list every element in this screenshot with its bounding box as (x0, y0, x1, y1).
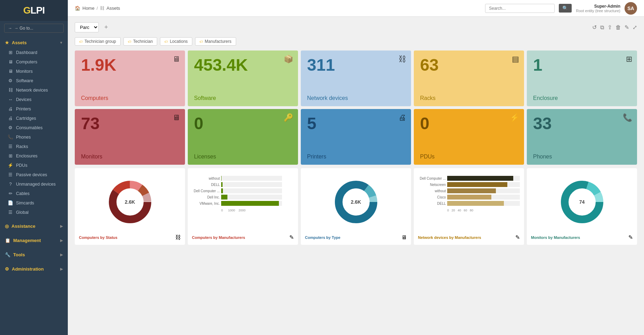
sidebar-section-assets-header[interactable]: ★ Assets ▼ (0, 38, 68, 48)
filter-tag-manufacturers[interactable]: 🏷 Manufacturers (195, 37, 236, 46)
stat-card-enclosure[interactable]: ⊞ 1 Enclosure (527, 50, 637, 106)
cartridge-icon: 🖨 (8, 116, 13, 121)
sidebar-section-admin-header[interactable]: ⚙ Administration ▶ (0, 264, 68, 274)
user-name: Super-Admin (576, 4, 620, 9)
sidebar-item-phones[interactable]: 📞 Phones (0, 132, 68, 142)
donut-center-monitors: 74 (579, 199, 585, 205)
home-link[interactable]: Home (82, 6, 95, 11)
chart-footer-icon-status[interactable]: ⛓ (175, 234, 181, 241)
sidebar-item-dashboard[interactable]: ⊞ Dashboard (0, 48, 68, 57)
assets-section-label: Assets (12, 40, 27, 45)
search-button[interactable]: 🔍 (559, 4, 572, 13)
fullscreen-icon[interactable]: ⤢ (633, 24, 637, 31)
donut-center-type: 2.6K (351, 199, 361, 205)
stat-card-pdus[interactable]: ⚡ 0 PDUs (414, 109, 524, 165)
admin-label: Administration (12, 266, 44, 272)
filter-tag-locations[interactable]: 🏷 Locations (160, 37, 192, 46)
net-bar-row-5: DELL (418, 201, 520, 206)
sidebar-section-tools-header[interactable]: 🔧 Tools ▶ (0, 250, 68, 260)
passive-icon: ☰ (8, 172, 13, 177)
chart-footer-icon-mfr[interactable]: ✎ (289, 234, 294, 241)
chart-footer-mon-mfr: Monitors by Manufacturers ✎ (531, 231, 633, 241)
donut-chart-status: 2.6K (107, 179, 153, 225)
chart-footer-icon-mon-mfr[interactable]: ✎ (628, 234, 633, 241)
enclosure-icon: ⊞ (8, 153, 13, 158)
chevron-right-icon4: ▶ (60, 267, 63, 271)
sidebar-item-global[interactable]: ☰ Global (0, 208, 68, 217)
sidebar-item-computers[interactable]: 🖥 Computers (0, 57, 68, 67)
sidebar-item-simcards[interactable]: 📄 Simcards (0, 198, 68, 208)
share-icon[interactable]: ⇪ (607, 24, 612, 31)
sidebar-item-software[interactable]: ⚙ Software (0, 76, 68, 85)
stat-card-monitors[interactable]: 🖥 73 Monitors (75, 109, 185, 165)
stat-cards-grid: 🖥 1.9K Computers 📦 453.4K Software ⛓ 311… (75, 50, 637, 165)
pdus-count: 0 (420, 115, 518, 133)
sidebar-item-cables[interactable]: ✏ Cables (0, 189, 68, 198)
phone-icon: 📞 (8, 134, 13, 140)
tab-parc-select[interactable]: Parc (75, 22, 99, 32)
enclosure-card-icon: ⊞ (626, 55, 632, 64)
filter-bar: 🏷 Technician group 🏷 Technician 🏷 Locati… (75, 37, 637, 46)
stat-card-licenses[interactable]: 🔑 0 Licenses (188, 109, 298, 165)
chart-footer-icon-net-mfr[interactable]: ✎ (515, 234, 520, 241)
avatar: SA (625, 2, 637, 15)
sidebar-item-passive-devices[interactable]: ☰ Passive devices (0, 170, 68, 179)
sidebar-item-racks[interactable]: ☰ Racks (0, 142, 68, 151)
chart-computers-by-manufacturers: without DELL Dell Computer ... (188, 168, 298, 245)
software-card-icon: 📦 (284, 55, 293, 64)
main-area: 🏠 Home / ⛓ Assets 🔍 Super-Admin Root ent… (68, 0, 644, 335)
filter-tag-technician-group[interactable]: 🏷 Technician group (75, 37, 121, 46)
computers-label: Computers (81, 95, 179, 101)
stat-card-racks[interactable]: ▤ 63 Racks (414, 50, 524, 106)
tag-icon: 🏷 (79, 40, 83, 44)
sidebar-item-enclosures[interactable]: ⊞ Enclosures (0, 151, 68, 161)
copy-icon[interactable]: ⧉ (600, 24, 604, 31)
sidebar-item-label: Simcards (16, 201, 34, 205)
assets-star-icon: ★ (5, 40, 9, 45)
monitors-count: 73 (81, 115, 179, 133)
network-count: 311 (307, 56, 405, 75)
chart-title-mon-mfr: Monitors by Manufacturers (531, 235, 580, 240)
sidebar-item-devices[interactable]: ↔ Devices (0, 95, 68, 104)
computers-card-icon: 🖥 (172, 55, 180, 64)
edit-icon[interactable]: ✎ (625, 24, 629, 31)
enclosure-label: Enclosure (533, 95, 631, 101)
sidebar-item-unmanaged[interactable]: ? Unmanaged devices (0, 179, 68, 189)
racks-icon: ☰ (8, 144, 13, 149)
sidebar-item-monitors[interactable]: 🖥 Monitors (0, 67, 68, 76)
bar-row-3: Dell Computer ... (192, 188, 294, 193)
sidebar-item-network-devices[interactable]: ⛓ Network devices (0, 85, 68, 95)
assets-breadcrumb-icon: ⛓ (100, 6, 104, 11)
tools-icon: 🔧 (5, 252, 10, 257)
sidebar-item-printers[interactable]: 🖨 Printers (0, 104, 68, 114)
sidebar-section-management-header[interactable]: 📋 Management ▶ (0, 235, 68, 246)
filter-label: Locations (170, 39, 187, 44)
filter-tag-technician[interactable]: 🏷 Technician (123, 37, 158, 46)
stat-card-phones[interactable]: 📞 33 Phones (527, 109, 637, 165)
delete-icon[interactable]: 🗑 (615, 24, 621, 31)
chart-title-status: Computers by Status (79, 235, 118, 240)
chart-footer-icon-type[interactable]: 🖥 (401, 234, 407, 241)
assets-link[interactable]: Assets (106, 6, 120, 11)
computer-icon: 🖥 (8, 59, 13, 64)
x-axis-labels: 0 1000 2000 (192, 209, 294, 212)
add-tab-button[interactable]: + (102, 22, 111, 32)
stat-card-software[interactable]: 📦 453.4K Software (188, 50, 298, 106)
stat-card-computers[interactable]: 🖥 1.9K Computers (75, 50, 185, 106)
sidebar-item-pdus[interactable]: ⚡ PDUs (0, 161, 68, 170)
sidebar-item-label: Consumables (16, 125, 42, 130)
sidebar-item-cartridges[interactable]: 🖨 Cartridges (0, 114, 68, 123)
stat-card-printers[interactable]: 🖨 5 Printers (301, 109, 411, 165)
chart-footer-mfr: Computers by Manufacturers ✎ (192, 231, 294, 241)
stat-card-network[interactable]: ⛓ 311 Network devices (301, 50, 411, 106)
search-input[interactable] (485, 4, 555, 13)
goto-button[interactable]: → → Go to... (4, 24, 64, 33)
undo-icon[interactable]: ↺ (592, 24, 597, 31)
pdus-card-icon: ⚡ (510, 113, 519, 122)
chevron-right-icon: ▶ (60, 224, 63, 228)
sidebar-section-assistance: ◎ Assistance ▶ (0, 219, 68, 233)
sidebar-section-assistance-header[interactable]: ◎ Assistance ▶ (0, 221, 68, 231)
sidebar-item-label: Computers (16, 60, 37, 64)
sidebar-item-consumables[interactable]: ⚙ Consumables (0, 123, 68, 132)
chevron-right-icon3: ▶ (60, 253, 63, 257)
